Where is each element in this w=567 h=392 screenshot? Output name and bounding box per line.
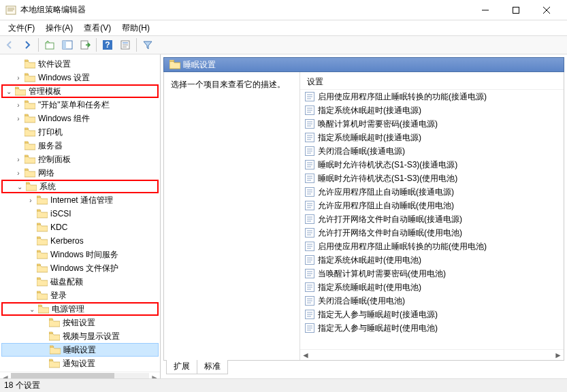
tree-item[interactable]: 视频与显示设置 (1, 329, 159, 343)
setting-item-label: 启用使应用程序阻止睡眠转换的功能(接通电源) (318, 91, 487, 103)
tree-item[interactable]: 服务器 (1, 139, 159, 152)
setting-item-label: 唤醒计算机时需要密码(接通电源) (318, 118, 438, 130)
chevron-down-icon[interactable]: ⌄ (4, 88, 14, 95)
setting-item-label: 指定系统休眠超时(使用电池) (318, 255, 421, 266)
setting-item[interactable]: 启用使应用程序阻止睡眠转换的功能(接通电源) (300, 90, 564, 103)
description-pane: 选择一个项目来查看它的描述。 (164, 72, 300, 360)
details-pane: 睡眠设置 选择一个项目来查看它的描述。 设置 启用使应用程序阻止睡眠转换的功能(… (161, 54, 567, 378)
list-column-header[interactable]: 设置 (300, 72, 564, 90)
minimize-button[interactable] (470, 1, 500, 20)
setting-item[interactable]: 唤醒计算机时需要密码(接通电源) (300, 117, 564, 131)
close-button[interactable] (531, 1, 562, 20)
setting-item[interactable]: 允许打开网络文件时自动睡眠(使用电池) (300, 226, 564, 240)
setting-item[interactable]: 指定系统休眠超时(接通电源) (300, 103, 564, 117)
tree-item[interactable]: Kerberos (1, 234, 159, 248)
titlebar: 本地组策略编辑器 (0, 0, 567, 20)
export-button[interactable] (77, 37, 93, 53)
tab-extended[interactable]: 扩展 (166, 360, 197, 374)
tree-item[interactable]: ⌄管理模板 (1, 84, 159, 98)
up-button[interactable] (42, 37, 58, 53)
tree-item[interactable]: KDC (1, 220, 159, 234)
chevron-right-icon[interactable]: › (26, 197, 35, 204)
setting-item[interactable]: 启用使应用程序阻止睡眠转换的功能(使用电池) (300, 240, 564, 253)
setting-item[interactable]: 允许应用程序阻止自动睡眠(接通电源) (300, 185, 564, 199)
menu-help[interactable]: 帮助(H) (116, 21, 155, 35)
tree-item-label: KDC (49, 223, 67, 232)
setting-item-label: 关闭混合睡眠(使用电池) (318, 295, 405, 307)
nav-forward-button[interactable] (19, 37, 35, 53)
setting-item[interactable]: 当唤醒计算机时需要密码(使用电池) (300, 267, 564, 280)
chevron-right-icon[interactable]: › (14, 74, 23, 82)
tree-item[interactable]: 磁盘配额 (1, 275, 159, 289)
tree-item[interactable]: ›Windows 组件 (1, 112, 159, 125)
tree-item[interactable]: ›Windows 设置 (1, 71, 159, 84)
chevron-right-icon[interactable]: › (14, 101, 23, 109)
chevron-right-icon[interactable]: › (14, 156, 23, 163)
status-text: 18 个设置 (4, 380, 40, 391)
tree-item-label: "开始"菜单和任务栏 (37, 99, 110, 111)
setting-item[interactable]: 指定无人参与睡眠超时(接通电源) (300, 308, 564, 321)
tree-item-label: Internet 通信管理 (49, 195, 113, 206)
tree-item[interactable]: 通知设置 (1, 357, 159, 370)
setting-item[interactable]: 关闭混合睡眠(接通电源) (300, 144, 564, 158)
filter-button[interactable] (140, 37, 156, 53)
help-button[interactable]: ? (99, 37, 116, 53)
tree-item[interactable]: ›Internet 通信管理 (1, 193, 159, 207)
nav-back-button[interactable] (1, 37, 18, 53)
tree-hscrollbar[interactable]: ◄► (0, 372, 160, 378)
setting-item-label: 睡眠时允许待机状态(S1-S3)(使用电池) (318, 173, 457, 184)
tree-item[interactable]: ›控制面板 (1, 152, 159, 166)
setting-item[interactable]: 睡眠时允许待机状态(S1-S3)(使用电池) (300, 172, 564, 185)
setting-item[interactable]: 指定系统睡眠超时(使用电池) (300, 280, 564, 294)
setting-item-label: 允许应用程序阻止自动睡眠(接通电源) (318, 186, 454, 198)
chevron-down-icon[interactable]: ⌄ (27, 306, 37, 313)
tree-item-label: 打印机 (37, 127, 63, 138)
tree-item[interactable]: 睡眠设置 (1, 343, 159, 357)
tree-item-label: 软件设置 (37, 59, 71, 70)
tree-item[interactable]: 软件设置 (1, 57, 159, 71)
tree-item[interactable]: ›"开始"菜单和任务栏 (1, 98, 159, 112)
maximize-button[interactable] (500, 1, 531, 20)
tree-item-label: 视频与显示设置 (61, 331, 120, 342)
menu-file[interactable]: 文件(F) (3, 21, 40, 35)
setting-item[interactable]: 允许打开网络文件时自动睡眠(接通电源) (300, 212, 564, 226)
setting-item[interactable]: 关闭混合睡眠(使用电池) (300, 294, 564, 308)
list-hscrollbar[interactable]: ◄► (300, 349, 564, 360)
menu-view[interactable]: 查看(V) (78, 21, 116, 35)
toolbar: ? (0, 35, 567, 54)
chevron-right-icon[interactable]: › (14, 115, 23, 122)
menubar: 文件(F) 操作(A) 查看(V) 帮助(H) (0, 20, 567, 35)
menu-action[interactable]: 操作(A) (40, 21, 78, 35)
show-hide-tree-button[interactable] (59, 37, 76, 53)
settings-list[interactable]: 启用使应用程序阻止睡眠转换的功能(接通电源)指定系统休眠超时(接通电源)唤醒计算… (300, 90, 564, 349)
tree-item[interactable]: 登录 (1, 289, 159, 302)
tree-item[interactable]: 按钮设置 (1, 316, 159, 329)
setting-item[interactable]: 指定无人参与睡眠超时(使用电池) (300, 321, 564, 335)
tree-item[interactable]: ⌄系统 (1, 180, 159, 193)
chevron-right-icon[interactable]: › (14, 169, 23, 177)
setting-item[interactable]: 睡眠时允许待机状态(S1-S3)(接通电源) (300, 158, 564, 172)
tree-item[interactable]: Windows 时间服务 (1, 248, 159, 261)
tree-item-label: 通知设置 (61, 358, 95, 370)
properties-button[interactable] (117, 37, 133, 53)
setting-item-label: 允许打开网络文件时自动睡眠(使用电池) (318, 227, 462, 239)
setting-item-label: 指定系统睡眠超时(使用电池) (318, 282, 421, 293)
tree-item-label: 控制面板 (37, 154, 71, 165)
tree-item[interactable]: ⌄电源管理 (1, 302, 159, 316)
window-title: 本地组策略编辑器 (20, 4, 470, 16)
tree-item-label: 管理模板 (27, 86, 61, 97)
tree-item[interactable]: ›网络 (1, 166, 159, 180)
chevron-down-icon[interactable]: ⌄ (15, 183, 25, 191)
tree-item[interactable]: Windows 文件保护 (1, 261, 159, 275)
setting-item[interactable]: 允许应用程序阻止自动睡眠(使用电池) (300, 199, 564, 212)
tree-pane[interactable]: 软件设置›Windows 设置⌄管理模板›"开始"菜单和任务栏›Windows … (0, 54, 161, 378)
tree-item[interactable]: 打印机 (1, 125, 159, 139)
tree-item[interactable]: iSCSI (1, 207, 159, 220)
setting-item[interactable]: 指定系统睡眠超时(接通电源) (300, 131, 564, 144)
description-text: 选择一个项目来查看它的描述。 (171, 80, 285, 89)
setting-item-label: 指定系统睡眠超时(接通电源) (318, 132, 421, 144)
setting-item[interactable]: 指定系统休眠超时(使用电池) (300, 253, 564, 267)
setting-item-label: 指定无人参与睡眠超时(使用电池) (318, 323, 438, 334)
tab-standard[interactable]: 标准 (197, 360, 228, 374)
category-header: 睡眠设置 (163, 57, 564, 72)
